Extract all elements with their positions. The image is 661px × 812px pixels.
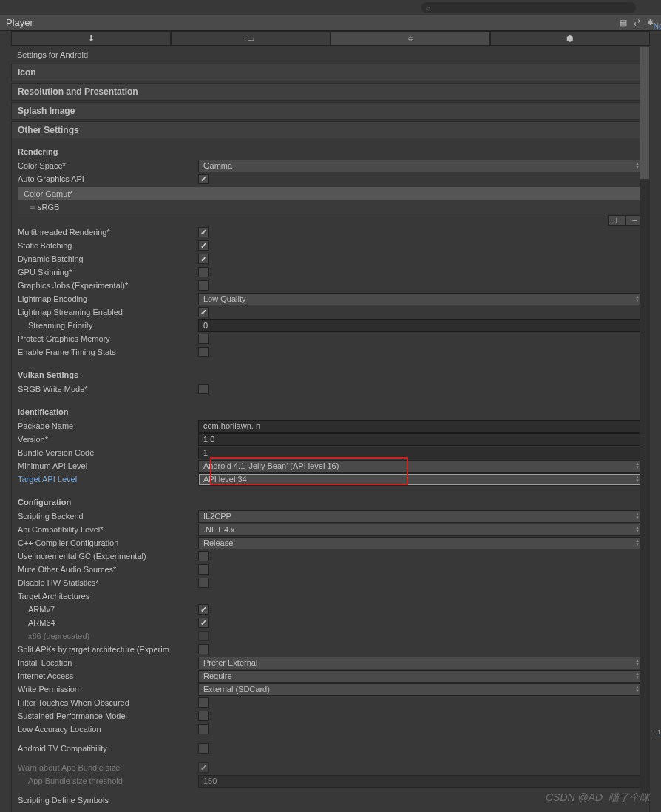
write-perm-dropdown[interactable]: External (SDCard) bbox=[198, 683, 643, 696]
internet-dropdown[interactable]: Require bbox=[198, 670, 643, 683]
min-api-label: Minimum API Level bbox=[18, 461, 198, 470]
protect-mem-checkbox[interactable] bbox=[198, 334, 209, 344]
package-name-label: Package Name bbox=[18, 422, 198, 430]
x86-checkbox bbox=[198, 631, 209, 641]
frame-timing-checkbox[interactable] bbox=[198, 347, 209, 357]
srgb-write-checkbox[interactable] bbox=[198, 384, 209, 394]
settings-icon[interactable]: ⇄ bbox=[631, 18, 642, 28]
bundle-code-label: Bundle Version Code bbox=[18, 448, 198, 457]
color-gamut-header: Color Gamut* bbox=[18, 187, 643, 200]
version-label: Version* bbox=[18, 435, 198, 444]
warn-bundle-label: Warn about App Bundle size bbox=[18, 763, 198, 772]
lightmap-stream-label: Lightmap Streaming Enabled bbox=[18, 308, 198, 317]
tab-android[interactable]: ⍾ bbox=[330, 31, 490, 45]
cpp-config-label: C++ Compiler Configuration bbox=[18, 538, 198, 547]
srgb-write-label: SRGB Write Mode* bbox=[18, 385, 198, 393]
android-icon: ⍾ bbox=[408, 34, 413, 43]
version-field[interactable]: 1.0 bbox=[198, 433, 643, 446]
armv7-label: ARMv7 bbox=[18, 605, 198, 614]
cpp-config-dropdown[interactable]: Release bbox=[198, 537, 643, 549]
write-perm-label: Write Permission bbox=[18, 685, 198, 694]
search-input[interactable] bbox=[430, 4, 636, 12]
gamut-add-button[interactable]: + bbox=[608, 215, 626, 226]
low-acc-loc-label: Low Accuracy Location bbox=[18, 725, 198, 734]
filter-touch-checkbox[interactable] bbox=[198, 697, 209, 708]
script-define-label: Scripting Define Symbols bbox=[18, 796, 198, 805]
lightmap-enc-label: Lightmap Encoding bbox=[18, 294, 198, 303]
rendering-header: Rendering bbox=[18, 143, 643, 159]
tab-download[interactable]: ⬇ bbox=[11, 31, 171, 45]
incr-gc-label: Use incremental GC (Experimental) bbox=[18, 552, 198, 561]
disable-hw-checkbox[interactable] bbox=[198, 578, 209, 588]
script-backend-dropdown[interactable]: IL2CPP bbox=[198, 510, 643, 523]
download-icon: ⬇ bbox=[88, 34, 95, 44]
color-space-label: Color Space* bbox=[18, 161, 198, 170]
bundle-code-field[interactable]: 1 bbox=[198, 447, 643, 459]
configuration-header: Configuration bbox=[18, 493, 643, 510]
monitor-icon: ▭ bbox=[247, 34, 254, 44]
api-compat-label: Api Compatibility Level* bbox=[18, 525, 198, 534]
rt-label: :1 bbox=[655, 728, 661, 736]
mute-audio-checkbox[interactable] bbox=[198, 564, 209, 575]
static-batch-checkbox[interactable] bbox=[198, 240, 209, 251]
section-other[interactable]: Other Settings bbox=[11, 121, 650, 138]
lightmap-stream-checkbox[interactable] bbox=[198, 307, 209, 317]
dynamic-batch-checkbox[interactable] bbox=[198, 254, 209, 264]
static-batch-label: Static Batching bbox=[18, 241, 198, 250]
color-gamut-item[interactable]: sRGB bbox=[18, 200, 643, 214]
gpu-skin-checkbox[interactable] bbox=[198, 267, 209, 277]
auto-graphics-label: Auto Graphics API bbox=[18, 175, 198, 183]
arm64-checkbox[interactable] bbox=[198, 618, 209, 628]
tab-webgl[interactable]: ⬢ bbox=[490, 31, 650, 45]
stream-priority-label: Streaming Priority bbox=[18, 321, 198, 330]
android-tv-label: Android TV Compatibility bbox=[18, 744, 198, 753]
api-compat-dropdown[interactable]: .NET 4.x bbox=[198, 524, 643, 536]
stream-priority-field[interactable]: 0 bbox=[198, 319, 643, 332]
identification-header: Identification bbox=[18, 403, 643, 419]
scrollbar[interactable] bbox=[640, 47, 650, 797]
lightmap-enc-dropdown[interactable]: Low Quality bbox=[198, 293, 643, 305]
mute-audio-label: Mute Other Audio Sources* bbox=[18, 565, 198, 574]
settings-for-label: Settings for Android bbox=[11, 47, 650, 62]
bundle-threshold-label: App Bundle size threshold bbox=[18, 777, 198, 785]
warn-bundle-checkbox[interactable] bbox=[198, 762, 209, 773]
scrollbar-thumb[interactable] bbox=[640, 47, 650, 180]
split-apk-checkbox[interactable] bbox=[198, 644, 209, 654]
section-splash[interactable]: Splash Image bbox=[11, 102, 650, 120]
armv7-checkbox[interactable] bbox=[198, 604, 209, 615]
section-icon[interactable]: Icon bbox=[11, 64, 650, 81]
graphics-jobs-checkbox[interactable] bbox=[198, 280, 209, 291]
other-settings-body: Rendering Color Space* Gamma Auto Graphi… bbox=[11, 138, 650, 812]
protect-mem-label: Protect Graphics Memory bbox=[18, 334, 198, 343]
split-apk-label: Split APKs by target architecture (Exper… bbox=[18, 645, 198, 654]
sustained-perf-checkbox[interactable] bbox=[198, 711, 209, 721]
color-space-dropdown[interactable]: Gamma bbox=[198, 160, 643, 172]
min-api-dropdown[interactable]: Android 4.1 'Jelly Bean' (API level 16) bbox=[198, 460, 643, 473]
filter-touch-label: Filter Touches When Obscured bbox=[18, 698, 198, 707]
disable-hw-label: Disable HW Statistics* bbox=[18, 578, 198, 587]
top-bar: ⌕ bbox=[0, 0, 661, 15]
dynamic-batch-label: Dynamic Batching bbox=[18, 254, 198, 263]
android-tv-checkbox[interactable] bbox=[198, 743, 209, 754]
multithreaded-label: Multithreaded Rendering* bbox=[18, 228, 198, 237]
frame-timing-label: Enable Frame Timing Stats bbox=[18, 348, 198, 356]
title-bar: Player ▦ ⇄ ✱ bbox=[0, 15, 661, 31]
arm64-label: ARM64 bbox=[18, 618, 198, 627]
html5-icon: ⬢ bbox=[566, 34, 574, 44]
incr-gc-checkbox[interactable] bbox=[198, 551, 209, 561]
bundle-threshold-field[interactable]: 150 bbox=[198, 775, 643, 788]
search-box[interactable]: ⌕ bbox=[421, 2, 636, 13]
help-icon[interactable]: ▦ bbox=[618, 18, 628, 28]
target-api-dropdown[interactable]: API level 34 bbox=[198, 473, 643, 486]
install-loc-dropdown[interactable]: Prefer External bbox=[198, 657, 643, 669]
target-arch-label: Target Architectures bbox=[18, 592, 198, 600]
package-name-field[interactable]: com.horilawn. n bbox=[198, 420, 643, 433]
script-backend-label: Scripting Backend bbox=[18, 512, 198, 521]
low-acc-loc-checkbox[interactable] bbox=[198, 724, 209, 734]
platform-tabs: ⬇ ▭ ⍾ ⬢ bbox=[11, 31, 650, 46]
section-resolution[interactable]: Resolution and Presentation bbox=[11, 83, 650, 101]
tab-standalone[interactable]: ▭ bbox=[171, 31, 330, 45]
auto-graphics-checkbox[interactable] bbox=[198, 174, 209, 184]
watermark: CSDN @AD_喵了个咪 bbox=[546, 791, 650, 805]
multithreaded-checkbox[interactable] bbox=[198, 227, 209, 237]
